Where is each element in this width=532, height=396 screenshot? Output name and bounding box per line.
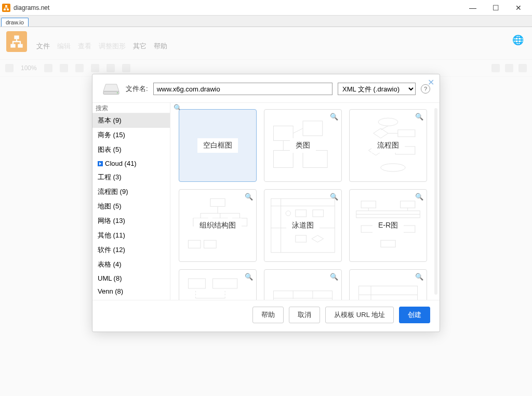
template-label: 组织结构图 (194, 218, 242, 233)
svg-rect-27 (188, 240, 201, 248)
category-item[interactable]: 表格 (4) (92, 257, 170, 272)
category-label: 商务 (15) (98, 130, 125, 140)
template-label: 空白框图 (197, 138, 238, 153)
template-label: 流程图 (371, 138, 405, 153)
svg-rect-40 (313, 210, 324, 217)
app-icon (2, 4, 10, 12)
category-item[interactable]: Venn (8) (92, 285, 170, 298)
svg-point-14 (378, 118, 398, 126)
category-item[interactable]: Cloud (41) (92, 157, 170, 170)
template-card[interactable]: 🔍Cross- (349, 269, 427, 300)
svg-rect-63 (358, 286, 417, 300)
svg-rect-16 (398, 130, 415, 137)
zoom-icon[interactable]: 🔍 (245, 273, 253, 281)
category-item[interactable]: UML (8) (92, 272, 170, 285)
category-label: Cloud (41) (105, 160, 137, 167)
window-titlebar: diagrams.net — ☐ ✕ (0, 0, 532, 16)
filetype-select[interactable]: XML 文件 (.drawio) (338, 83, 416, 95)
template-card[interactable]: 🔍泳道图 (264, 189, 342, 262)
zoom-icon[interactable]: 🔍 (415, 113, 423, 121)
svg-rect-0 (5, 5, 7, 7)
minimize-button[interactable]: — (461, 0, 484, 16)
category-label: 图表 (5) (98, 145, 122, 154)
category-item[interactable]: 图表 (5) (92, 142, 170, 157)
category-label: 软件 (12) (98, 245, 125, 255)
maximize-button[interactable]: ☐ (484, 0, 507, 16)
template-label: 类图 (290, 138, 316, 153)
tab-strip: draw.io (0, 16, 532, 27)
create-button[interactable]: 创建 (399, 307, 430, 323)
window-title: diagrams.net (14, 4, 49, 11)
zoom-icon[interactable]: 🔍 (415, 273, 423, 281)
template-preview (269, 274, 337, 300)
template-card[interactable]: 🔍类图 (264, 109, 342, 182)
close-icon[interactable]: ✕ (428, 77, 434, 87)
tab-drawio[interactable]: draw.io (1, 18, 29, 27)
template-card[interactable]: 🔍Simple (264, 269, 342, 300)
template-label: 泳道图 (286, 218, 320, 233)
svg-marker-42 (312, 235, 324, 242)
filename-input[interactable] (153, 83, 332, 95)
svg-rect-45 (361, 201, 376, 208)
svg-point-7 (117, 92, 118, 93)
from-url-button[interactable]: 从模板 URL 地址 (325, 307, 394, 323)
category-label: 表格 (4) (98, 260, 122, 269)
new-file-dialog: ✕ 文件名: XML 文件 (.drawio) ? 🔍 基本 (9)商务 (92, 74, 440, 332)
drive-icon (102, 82, 121, 96)
svg-rect-28 (204, 240, 217, 248)
template-label: Simple (286, 299, 320, 300)
category-item[interactable]: 流程图 (9) (92, 184, 170, 199)
modal-overlay: ✕ 文件名: XML 文件 (.drawio) ? 🔍 基本 (9)商务 (0, 27, 532, 396)
template-card[interactable]: 🔍E-R图 (349, 189, 427, 262)
zoom-icon[interactable]: 🔍 (415, 193, 423, 201)
category-item[interactable]: 基本 (9) (92, 113, 170, 128)
category-label: Venn (8) (98, 287, 123, 295)
template-card[interactable]: 🔍Sequence (179, 269, 257, 300)
svg-rect-49 (381, 240, 395, 247)
app-background: 文件 编辑 查看 调整图形 其它 帮助 🌐 100% ✕ 文件名: XML (0, 27, 532, 396)
zoom-icon[interactable]: 🔍 (245, 193, 253, 201)
template-card[interactable]: 空白框图 (179, 109, 257, 182)
category-label: 网络 (13) (98, 216, 125, 226)
template-label: E-R图 (373, 218, 404, 233)
template-preview (354, 274, 422, 300)
svg-rect-9 (303, 121, 323, 136)
svg-rect-10 (273, 150, 293, 167)
category-label: 地图 (5) (98, 202, 122, 211)
close-window-button[interactable]: ✕ (507, 0, 530, 16)
template-grid-area: 空白框图🔍类图🔍流程图🔍组织结构图🔍泳道图🔍E-R图🔍Sequence🔍Simp… (170, 103, 440, 300)
zoom-icon[interactable]: 🔍 (330, 193, 338, 201)
search-input[interactable] (96, 104, 174, 112)
help-button[interactable]: 帮助 (252, 307, 284, 323)
category-item[interactable]: 线框图 (5) (92, 298, 170, 300)
svg-point-19 (381, 164, 405, 171)
template-card[interactable]: 🔍组织结构图 (179, 189, 257, 262)
svg-rect-2 (7, 9, 9, 10)
category-label: 工程 (3) (98, 173, 122, 182)
svg-rect-53 (188, 279, 205, 288)
zoom-icon[interactable]: 🔍 (330, 113, 338, 121)
category-label: 其他 (11) (98, 231, 125, 240)
zoom-icon[interactable]: 🔍 (330, 273, 338, 281)
svg-rect-39 (296, 210, 307, 217)
category-item[interactable]: 网络 (13) (92, 214, 170, 228)
svg-point-38 (286, 211, 290, 216)
category-sidebar: 🔍 基本 (9)商务 (15)图表 (5)Cloud (41)工程 (3)流程图… (92, 103, 170, 300)
category-item[interactable]: 工程 (3) (92, 170, 170, 184)
svg-rect-11 (303, 150, 327, 167)
svg-rect-46 (401, 201, 415, 208)
category-item[interactable]: 商务 (15) (92, 128, 170, 142)
category-item[interactable]: 其他 (11) (92, 228, 170, 243)
category-label: UML (8) (98, 274, 122, 282)
template-card[interactable]: 🔍流程图 (349, 109, 427, 182)
svg-rect-41 (296, 235, 307, 242)
svg-rect-6 (103, 91, 119, 95)
svg-line-20 (381, 126, 388, 130)
category-item[interactable]: 软件 (12) (92, 243, 170, 257)
cancel-button[interactable]: 取消 (289, 307, 320, 323)
template-label: Cross- (371, 299, 404, 300)
svg-rect-1 (4, 9, 6, 10)
category-label: 流程图 (9) (98, 187, 128, 196)
category-item[interactable]: 地图 (5) (92, 199, 170, 214)
filename-label: 文件名: (126, 84, 148, 94)
